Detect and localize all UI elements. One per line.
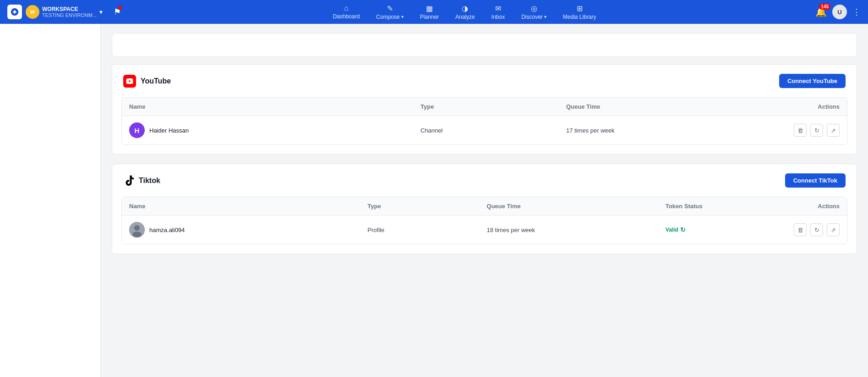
delete-button[interactable]: 🗑 — [794, 124, 807, 137]
media-library-icon: ⊞ — [577, 4, 583, 13]
tiktok-table-header: Name Type Queue Time Token Status Action… — [122, 197, 847, 216]
tiktok-title: Tiktok — [123, 175, 160, 186]
compose-chevron-icon: ▾ — [401, 14, 404, 19]
nav-dashboard[interactable]: ⌂ Dashboard — [326, 1, 367, 22]
tiktok-section: Tiktok Connect TikTok Name Type Queue Ti… — [112, 164, 857, 254]
workspace-env: TESTING ENVIRONM... — [42, 12, 97, 18]
top-card — [112, 33, 857, 57]
trash-icon: 🗑 — [797, 127, 803, 134]
share-button[interactable]: ⇗ — [827, 223, 840, 236]
youtube-section-header: YouTube Connect YouTube — [112, 65, 857, 97]
main-content: YouTube Connect YouTube Name Type Queue … — [101, 24, 868, 377]
user-avatar-img — [129, 222, 145, 238]
discover-chevron-icon: ▾ — [544, 14, 546, 19]
nav-inbox[interactable]: ✉ Inbox — [484, 1, 512, 23]
refresh-icon: ↻ — [814, 127, 819, 134]
notifications-button[interactable]: 🔔 145 — [815, 6, 827, 17]
workspace-name: WORKSPACE — [42, 6, 97, 12]
user-cell: hamza.ali094 — [129, 222, 367, 238]
workspace-avatar: W — [26, 5, 39, 19]
youtube-section: YouTube Connect YouTube Name Type Queue … — [112, 64, 857, 155]
youtube-col-name: Name — [129, 103, 420, 110]
more-options-button[interactable]: ⋮ — [852, 7, 861, 17]
tiktok-col-actions: Actions — [785, 203, 840, 210]
nav-right-controls: 🔔 145 U ⋮ — [815, 5, 861, 19]
discover-icon: ◎ — [531, 4, 537, 13]
user-avatar-h: H — [129, 122, 145, 138]
youtube-table-header: Name Type Queue Time Actions — [122, 98, 847, 116]
queue-time: 17 times per week — [566, 127, 785, 134]
youtube-col-queue: Queue Time — [566, 103, 785, 110]
nav-analyze[interactable]: ◑ Analyze — [448, 1, 482, 23]
user-name: Haider Hassan — [149, 127, 189, 134]
flag-button[interactable]: ⚑ — [114, 7, 121, 17]
tiktok-section-header: Tiktok Connect TikTok — [112, 164, 857, 197]
page-layout: YouTube Connect YouTube Name Type Queue … — [0, 0, 868, 377]
sidebar — [0, 24, 101, 377]
refresh-button[interactable]: ↻ — [810, 124, 823, 137]
account-type: Channel — [420, 127, 566, 134]
workspace-selector[interactable]: W WORKSPACE TESTING ENVIRONM... ▾ — [26, 5, 103, 19]
youtube-col-actions: Actions — [785, 103, 840, 110]
inbox-icon: ✉ — [495, 4, 501, 13]
youtube-table: Name Type Queue Time Actions H Haider Ha… — [121, 97, 847, 145]
top-navigation: W WORKSPACE TESTING ENVIRONM... ▾ ⚑ ⌂ Da… — [0, 0, 868, 24]
user-avatar[interactable]: U — [832, 5, 847, 19]
youtube-col-type: Type — [420, 103, 566, 110]
tiktok-table: Name Type Queue Time Token Status Action… — [121, 197, 847, 244]
account-type: Profile — [367, 227, 486, 233]
svg-point-2 — [134, 225, 140, 231]
tiktok-col-queue: Queue Time — [487, 203, 666, 210]
queue-time: 18 times per week — [487, 227, 666, 233]
refresh-icon: ↻ — [814, 227, 819, 233]
tiktok-icon — [123, 175, 134, 186]
share-icon: ⇗ — [831, 227, 836, 233]
nav-discover[interactable]: ◎ Discover ▾ — [514, 1, 554, 23]
refresh-button[interactable]: ↻ — [810, 223, 823, 236]
tiktok-col-name: Name — [129, 203, 367, 210]
youtube-icon — [123, 75, 136, 88]
notification-badge: 145 — [819, 4, 830, 10]
planner-icon: ▦ — [426, 4, 433, 13]
share-icon: ⇗ — [831, 127, 836, 134]
action-icons: 🗑 ↻ ⇗ — [785, 124, 840, 137]
main-navigation: ⌂ Dashboard ✎ Compose ▾ ▦ Planner ◑ Anal… — [326, 1, 604, 23]
analyze-icon: ◑ — [462, 4, 468, 13]
trash-icon: 🗑 — [797, 227, 803, 233]
youtube-title: YouTube — [123, 75, 171, 88]
connect-tiktok-button[interactable]: Connect TikTok — [785, 173, 846, 188]
nav-media-library[interactable]: ⊞ Media Library — [556, 1, 604, 23]
nav-planner[interactable]: ▦ Planner — [413, 1, 446, 23]
workspace-chevron-icon: ▾ — [99, 8, 103, 16]
token-status: Valid ↻ — [666, 226, 785, 233]
refresh-small-icon: ↻ — [680, 226, 686, 233]
dashboard-icon: ⌂ — [344, 4, 349, 12]
flag-dot — [118, 6, 122, 10]
table-row: H Haider Hassan Channel 17 times per wee… — [122, 116, 847, 144]
user-cell: H Haider Hassan — [129, 122, 420, 138]
delete-button[interactable]: 🗑 — [794, 223, 807, 236]
tiktok-col-type: Type — [367, 203, 486, 210]
tiktok-col-token: Token Status — [666, 203, 785, 210]
compose-icon: ✎ — [387, 4, 393, 13]
connect-youtube-button[interactable]: Connect YouTube — [779, 74, 846, 88]
nav-compose[interactable]: ✎ Compose ▾ — [369, 1, 410, 23]
action-icons: 🗑 ↻ ⇗ — [785, 223, 840, 236]
app-logo[interactable] — [7, 5, 22, 19]
table-row: hamza.ali094 Profile 18 times per week V… — [122, 216, 847, 244]
svg-point-3 — [132, 232, 142, 237]
share-button[interactable]: ⇗ — [827, 124, 840, 137]
user-name: hamza.ali094 — [149, 227, 185, 233]
